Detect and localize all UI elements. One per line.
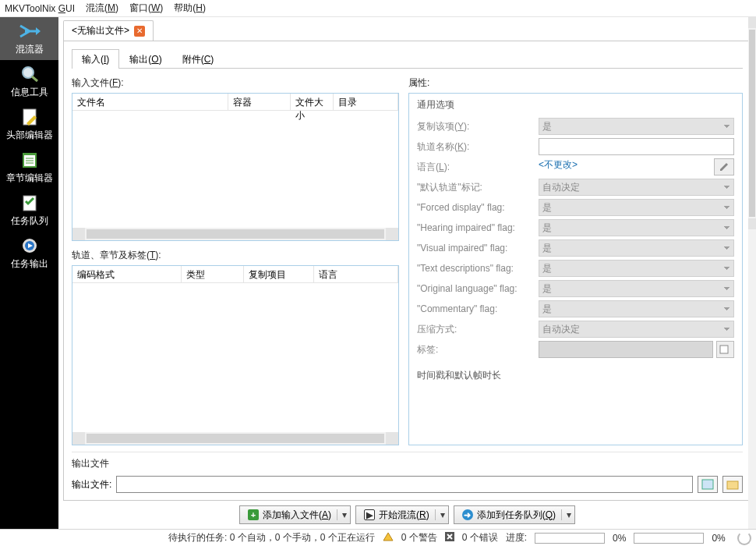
- folder-icon: [726, 479, 739, 490]
- output-file-input[interactable]: [116, 476, 693, 493]
- col-type[interactable]: 类型: [182, 266, 244, 282]
- sel-textdesc-flag[interactable]: 是: [539, 260, 734, 277]
- recent-output-button[interactable]: [722, 476, 743, 493]
- sel-compression[interactable]: 自动决定: [539, 321, 734, 338]
- hscrollbar[interactable]: [72, 432, 398, 445]
- merge-icon: [18, 21, 41, 41]
- input-files-list[interactable]: 文件名 容器 文件大小 目录: [72, 93, 399, 241]
- edit-language-button[interactable]: [714, 158, 734, 176]
- lbl-language: 语言(L):: [417, 161, 534, 174]
- main-vscrollbar[interactable]: [748, 17, 756, 529]
- menu-app[interactable]: MKVToolNix GUI: [5, 3, 75, 14]
- menu-help[interactable]: 帮助(H): [174, 2, 206, 15]
- nav-header-editor[interactable]: 头部编辑器: [0, 103, 58, 146]
- inp-track-name[interactable]: [539, 138, 734, 155]
- pencil-icon: [719, 162, 729, 172]
- add-to-queue-button[interactable]: ➜ 添加到任务队列(Q) ▾: [454, 505, 575, 524]
- nav-label: 任务输出: [11, 257, 48, 271]
- lbl-forced-flag: "Forced display" flag:: [417, 202, 534, 213]
- svg-rect-12: [702, 480, 713, 489]
- checklist-icon: [18, 193, 41, 213]
- properties-label: 属性:: [408, 76, 743, 90]
- sel-visual-flag[interactable]: 是: [539, 239, 734, 257]
- nav-job-queue[interactable]: 任务队列: [0, 189, 58, 232]
- nav-label: 任务队列: [11, 214, 48, 228]
- lbl-default-flag: "默认轨道"标记:: [417, 181, 534, 194]
- lbl-track-name: 轨道名称(K):: [417, 140, 534, 154]
- svg-rect-13: [727, 481, 738, 489]
- sel-copy-track[interactable]: 是: [539, 118, 734, 135]
- progress-bar-total: [634, 533, 704, 544]
- tracks-list[interactable]: 编码格式 类型 复制项目 语言: [72, 265, 399, 445]
- left-nav: 混流器 信息工具 头部编辑器 章节编辑器 任务队列: [0, 17, 58, 529]
- status-bar: 待执行的任务: 0 个自动，0 个手动，0 个正在运行 0 个警告 0 个错误 …: [0, 529, 756, 546]
- browse-output-button[interactable]: [698, 476, 718, 493]
- file-tabs: <无输出文件> ✕: [63, 20, 751, 41]
- inp-tags[interactable]: [539, 341, 713, 358]
- start-mux-button[interactable]: ▶ 开始混流(R) ▾: [355, 505, 449, 524]
- magnifier-icon: [18, 64, 41, 84]
- output-file-label: 输出文件:: [72, 478, 111, 491]
- warning-icon: [383, 532, 394, 544]
- chevron-down-icon[interactable]: ▾: [561, 509, 571, 520]
- col-filename[interactable]: 文件名: [72, 94, 228, 110]
- sub-tabs: 输入(I) 输出(O) 附件(C): [72, 49, 743, 69]
- nav-info[interactable]: 信息工具: [0, 60, 58, 103]
- properties-panel: 通用选项 复制该项(Y): 是 轨道名称(K): 语言(L):: [408, 93, 743, 445]
- sel-origlang-flag[interactable]: 是: [539, 280, 734, 297]
- play-icon: ▶: [364, 509, 375, 520]
- edit-page-icon: [18, 107, 41, 127]
- menu-mux[interactable]: 混流(M): [86, 2, 118, 15]
- svg-point-0: [23, 67, 34, 78]
- tab-attachments[interactable]: 附件(C): [172, 49, 224, 69]
- error-icon: [445, 532, 454, 544]
- nav-chapter-editor[interactable]: 章节编辑器: [0, 146, 58, 189]
- status-progress-label: 进度:: [506, 531, 527, 544]
- svg-line-1: [32, 76, 37, 81]
- col-size[interactable]: 文件大小: [291, 94, 334, 110]
- menu-bar: MKVToolNix GUI 混流(M) 窗口(W) 帮助(H): [0, 0, 756, 17]
- gear-play-icon: [18, 236, 41, 256]
- val-language: <不更改>: [539, 158, 711, 176]
- file-icon: [719, 345, 730, 354]
- spinner-icon: [737, 531, 751, 545]
- lbl-visual-flag: "Visual impaired" flag:: [417, 243, 534, 254]
- main-panel: <无输出文件> ✕ 输入(I) 输出(O) 附件(C) 输入文件(F): 文件名…: [58, 17, 756, 529]
- browse-tags-button[interactable]: [716, 341, 734, 358]
- group-timing: 时间戳和默认帧时长: [417, 369, 734, 382]
- chevron-down-icon[interactable]: ▾: [435, 509, 445, 520]
- output-section: 输出文件 输出文件:: [72, 452, 743, 495]
- lbl-hearing-flag: "Hearing impaired" flag:: [417, 222, 534, 233]
- lbl-commentary-flag: "Commentary" flag:: [417, 303, 534, 314]
- hscrollbar[interactable]: [72, 228, 398, 240]
- tab-output[interactable]: 输出(O): [119, 49, 171, 69]
- queue-icon: ➜: [462, 509, 473, 520]
- col-dir[interactable]: 目录: [334, 94, 398, 110]
- sel-forced-flag[interactable]: 是: [539, 199, 734, 216]
- sel-commentary-flag[interactable]: 是: [539, 300, 734, 317]
- tab-input[interactable]: 输入(I): [72, 49, 119, 69]
- chevron-down-icon[interactable]: ▾: [337, 509, 347, 520]
- status-pct-current: 0%: [613, 533, 626, 544]
- sel-hearing-flag[interactable]: 是: [539, 219, 734, 236]
- close-icon[interactable]: ✕: [134, 26, 145, 37]
- group-general: 通用选项: [417, 98, 734, 112]
- input-files-label: 输入文件(F):: [72, 76, 399, 90]
- progress-bar-current: [535, 533, 605, 544]
- file-tab-label: <无输出文件>: [72, 24, 129, 37]
- col-codec[interactable]: 编码格式: [72, 266, 182, 282]
- file-tab[interactable]: <无输出文件> ✕: [63, 20, 154, 41]
- status-pct-total: 0%: [712, 533, 725, 544]
- nav-muxer[interactable]: 混流器: [0, 17, 58, 60]
- add-input-button[interactable]: + 添加输入文件(A) ▾: [239, 505, 351, 524]
- nav-label: 章节编辑器: [6, 172, 53, 185]
- nav-label: 头部编辑器: [6, 129, 53, 142]
- sel-default-flag[interactable]: 自动决定: [539, 179, 734, 196]
- menu-window[interactable]: 窗口(W): [129, 2, 163, 15]
- nav-job-output[interactable]: 任务输出: [0, 232, 58, 275]
- col-copy[interactable]: 复制项目: [244, 266, 314, 282]
- col-container[interactable]: 容器: [228, 94, 291, 110]
- lbl-compression: 压缩方式:: [417, 323, 534, 336]
- save-icon: [701, 479, 714, 490]
- col-lang[interactable]: 语言: [314, 266, 398, 282]
